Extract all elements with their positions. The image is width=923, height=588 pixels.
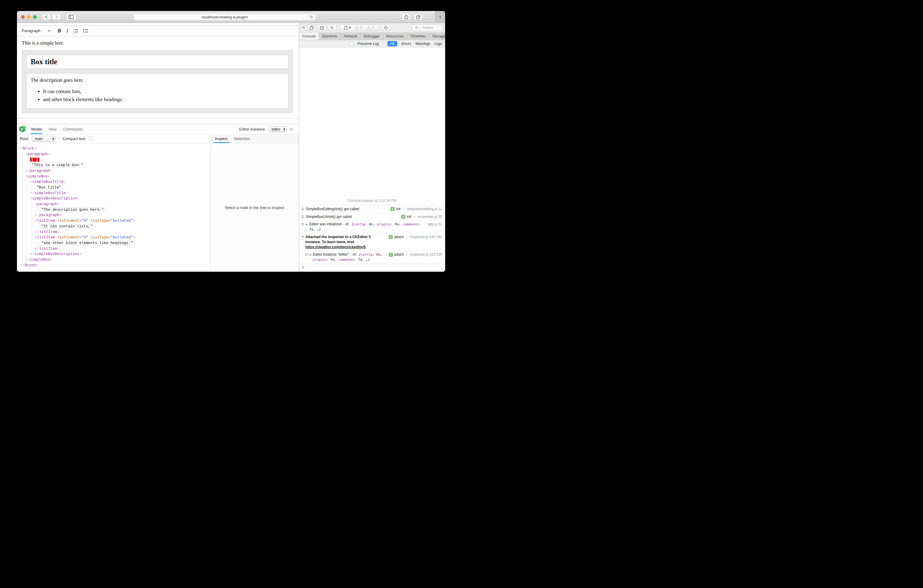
bold-button[interactable]: B — [57, 28, 61, 34]
resource-count[interactable]: 4 — [344, 26, 351, 30]
tab-network[interactable]: Network — [341, 33, 361, 40]
error-count[interactable]: 0 — [355, 26, 362, 30]
tab-selection[interactable]: Selection — [231, 135, 253, 143]
source-location[interactable]: essentials.js:35 — [418, 214, 442, 219]
tab-storage[interactable]: Storage — [429, 33, 445, 40]
address-bar[interactable]: localhost/creating-a-plugin/ ↻ — [133, 13, 316, 21]
numbered-list-button[interactable]: 12 — [73, 29, 78, 33]
selection-marker[interactable]: [ ] — [30, 158, 39, 162]
tag-name: simpleBoxDescription — [34, 252, 79, 256]
new-tab-button[interactable]: + — [435, 11, 445, 23]
tree-node-line[interactable]: </simpleBoxDescription> — [30, 251, 210, 257]
source-location[interactable]: app.js:31 — [428, 222, 442, 227]
filter-logs[interactable]: Logs — [434, 42, 442, 46]
tab-elements[interactable]: Elements — [319, 33, 341, 40]
tab-model[interactable]: Model — [28, 124, 45, 134]
tree-node-line[interactable]: <paragraph> — [25, 152, 210, 157]
minimize-window-button[interactable] — [27, 15, 31, 19]
source-location[interactable]: inspector.js:133:326 — [411, 252, 442, 257]
tree-node-line[interactable]: <listItem listIndent="0" listType="bulle… — [35, 218, 210, 224]
function-name: attach — [394, 235, 404, 240]
tree-node-line[interactable]: <$root> — [21, 146, 210, 152]
collapse-inspector-button[interactable] — [289, 128, 294, 130]
disclosure-open-icon[interactable]: ▼ — [302, 235, 304, 239]
tree-node-line[interactable]: <paragraph> — [35, 202, 210, 207]
tab-commands[interactable]: Commands — [60, 124, 86, 134]
reload-page-button[interactable]: ↻ — [328, 25, 336, 31]
text-node[interactable]: "It can contain lists," — [39, 224, 95, 229]
tree-node-line[interactable]: </simpleBoxTitle> — [30, 191, 210, 196]
element-picker-button[interactable] — [381, 25, 390, 31]
tab-console[interactable]: Console — [299, 33, 319, 40]
simple-box-description[interactable]: The description goes here. It can contai… — [26, 73, 288, 109]
share-button[interactable] — [402, 14, 411, 20]
tree-node-line[interactable]: </$root> — [21, 263, 210, 268]
tree-node-line[interactable]: <simpleBox> — [25, 174, 210, 179]
simple-box-widget[interactable]: Box title The description goes here. It … — [22, 50, 293, 113]
tab-resources[interactable]: Resources — [383, 33, 407, 40]
editor-content[interactable]: This is a simple box: Box title The desc… — [17, 36, 299, 118]
function-badge-icon: f — [401, 215, 405, 219]
filter-warnings[interactable]: Warnings — [416, 42, 430, 46]
root-select[interactable]: main — [32, 136, 56, 142]
dock-layout-button[interactable] — [318, 25, 326, 31]
source-location[interactable]: simpleboxediting.js:12 — [407, 207, 442, 212]
text-node[interactable]: "The description goes here." — [39, 207, 105, 212]
description-paragraph[interactable]: The description goes here. — [31, 77, 284, 83]
list-item[interactable]: It can contain lists, — [43, 88, 284, 95]
tree-node-line[interactable]: [ ] — [30, 157, 210, 163]
tab-debugger[interactable]: Debugger — [361, 33, 383, 40]
filter-all[interactable]: All — [388, 41, 397, 46]
tree-node-line[interactable]: </listItem> — [35, 230, 210, 235]
text-node[interactable]: "and other block elements like headings.… — [39, 241, 135, 246]
search-field[interactable]: Search — [412, 25, 443, 31]
back-button[interactable] — [42, 14, 51, 20]
console-link[interactable]: https://ckeditor.com/docs/ckeditor5 — [305, 245, 365, 249]
tree-node-line[interactable]: "This is a simple box:" — [30, 163, 210, 168]
text-segment: > — [36, 263, 39, 268]
close-devtools-button[interactable]: × — [302, 25, 306, 30]
tree-node-line[interactable]: "Box title" — [35, 185, 210, 191]
text-node[interactable]: "This is a simple box:" — [30, 163, 85, 168]
tree-node-line[interactable]: "and other block elements like headings.… — [39, 240, 210, 246]
bulleted-list-button[interactable] — [83, 29, 88, 33]
italic-button[interactable]: I — [67, 28, 68, 34]
tree-node-line[interactable]: </paragraph> — [35, 213, 210, 218]
reload-icon[interactable]: ↻ — [310, 15, 313, 19]
filter-errors[interactable]: Errors — [401, 42, 411, 46]
heading-dropdown[interactable]: Paragraph — [22, 28, 51, 33]
tree-node-line[interactable]: "It can contain lists," — [39, 224, 210, 230]
detach-devtools-button[interactable] — [308, 25, 316, 31]
preserve-log-checkbox[interactable] — [350, 42, 353, 46]
warning-count[interactable]: 0 — [366, 26, 374, 30]
simple-box-title[interactable]: Box title — [26, 55, 288, 69]
editor-instance-select[interactable]: editor — [269, 126, 287, 132]
editor-toolbar: Paragraph B I 12 — [17, 26, 299, 36]
forward-button[interactable] — [52, 14, 61, 20]
list-item[interactable]: and other block elements like headings. — [43, 96, 284, 103]
tag-name: simpleBoxTitle — [34, 191, 66, 195]
text-node[interactable]: "Box title" — [35, 185, 63, 190]
compact-text-checkbox[interactable] — [89, 137, 93, 141]
tree-node-line[interactable]: </paragraph> — [25, 168, 210, 174]
console-prompt[interactable]: > — [299, 263, 445, 272]
close-window-button[interactable] — [21, 15, 25, 19]
tab-view[interactable]: View — [45, 124, 60, 134]
show-all-tabs-button[interactable] — [414, 14, 422, 20]
tree-node-line[interactable]: </listItem> — [35, 246, 210, 252]
intro-paragraph[interactable]: This is a simple box: — [22, 40, 293, 46]
source-location[interactable]: inspector.js:133:182 — [411, 235, 442, 240]
tab-timelines[interactable]: Timelines — [407, 33, 429, 40]
zoom-window-button[interactable] — [33, 15, 36, 19]
tab-inspect[interactable]: Inspect — [212, 135, 231, 143]
tree-node-line[interactable]: </simpleBox> — [25, 257, 210, 263]
tree-node-line[interactable]: <listItem listIndent="0" listType="bulle… — [35, 235, 210, 240]
tree-node-line[interactable]: "The description goes here." — [39, 207, 210, 213]
sidebar-button[interactable] — [66, 14, 76, 20]
tree-node-line[interactable]: <simpleBoxDescription> — [30, 196, 210, 202]
disclosure-closed-icon[interactable]: ▶ — [306, 222, 308, 226]
disclosure-closed-icon[interactable]: ▶ — [310, 253, 312, 256]
text-segment: > — [57, 230, 59, 234]
tree-node-line[interactable]: <simpleBoxTitle> — [30, 179, 210, 185]
message-text: , — [373, 222, 377, 226]
